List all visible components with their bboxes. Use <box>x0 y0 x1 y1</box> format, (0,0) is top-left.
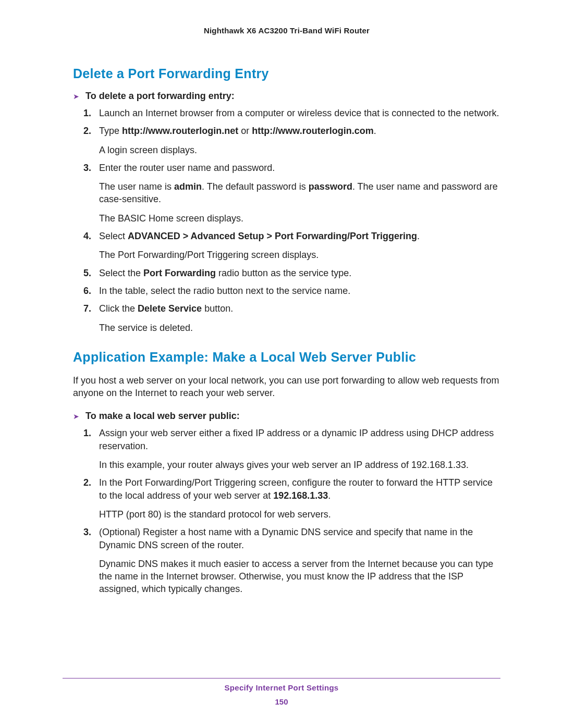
step-text: Click the Delete Service button. <box>99 303 233 314</box>
step-number: 7. <box>83 302 91 315</box>
step-note: The Port Forwarding/Port Triggering scre… <box>99 249 500 261</box>
step-4: 4. Select ADVANCED > Advanced Setup > Po… <box>97 230 500 262</box>
step-note: Dynamic DNS makes it much easier to acce… <box>99 558 500 596</box>
arrow-right-icon: ➤ <box>73 412 80 421</box>
step-2: 2. In the Port Forwarding/Port Triggerin… <box>97 476 500 521</box>
step-note: In this example, your router always give… <box>99 459 500 471</box>
step-number: 2. <box>83 476 91 489</box>
step-text: In the Port Forwarding/Port Triggering s… <box>99 477 493 500</box>
step-number: 2. <box>83 125 91 137</box>
procedure-steps-public: 1. Assign your web server either a fixed… <box>73 427 500 595</box>
step-number: 3. <box>83 162 91 174</box>
footer-chapter-title: Specify Internet Port Settings <box>0 683 563 692</box>
document-page: Nighthawk X6 AC3200 Tri-Band WiFi Router… <box>0 0 563 728</box>
step-number: 4. <box>83 230 91 242</box>
step-2: 2. Type http://www.routerlogin.net or ht… <box>97 125 500 156</box>
step-3: 3. (Optional) Register a host name with … <box>97 526 500 595</box>
running-header: Nighthawk X6 AC3200 Tri-Band WiFi Router <box>73 26 500 35</box>
step-note: A login screen displays. <box>99 144 500 156</box>
procedure-lead: ➤ To make a local web server public: <box>73 411 500 422</box>
section-intro: If you host a web server on your local n… <box>73 374 500 400</box>
step-text: In the table, select the radio button ne… <box>99 286 350 296</box>
step-text: Launch an Internet browser from a comput… <box>99 108 499 118</box>
step-number: 6. <box>83 285 91 297</box>
step-5: 5. Select the Port Forwarding radio butt… <box>97 267 500 279</box>
step-note: HTTP (port 80) is the standard protocol … <box>99 508 500 521</box>
step-number: 5. <box>83 267 91 279</box>
arrow-right-icon: ➤ <box>73 92 80 101</box>
section-heading-example: Application Example: Make a Local Web Se… <box>73 350 500 365</box>
procedure-lead: ➤ To delete a port forwarding entry: <box>73 91 500 102</box>
step-text: Select the Port Forwarding radio button … <box>99 268 351 278</box>
step-number: 1. <box>83 427 91 439</box>
page-footer: Specify Internet Port Settings 150 <box>0 683 563 706</box>
step-text: Assign your web server either a fixed IP… <box>99 428 494 451</box>
step-1: 1. Assign your web server either a fixed… <box>97 427 500 471</box>
step-1: 1. Launch an Internet browser from a com… <box>97 107 500 119</box>
procedure-lead-text: To make a local web server public: <box>85 411 240 422</box>
procedure-steps-delete: 1. Launch an Internet browser from a com… <box>73 107 500 334</box>
step-number: 1. <box>83 107 91 119</box>
step-6: 6. In the table, select the radio button… <box>97 285 500 297</box>
step-note: The service is deleted. <box>99 322 500 334</box>
step-text: Select ADVANCED > Advanced Setup > Port … <box>99 231 420 241</box>
step-note: The BASIC Home screen displays. <box>99 212 500 225</box>
step-text: (Optional) Register a host name with a D… <box>99 527 473 550</box>
step-text: Enter the router user name and password. <box>99 163 275 173</box>
step-text: Type http://www.routerlogin.net or http:… <box>99 126 376 136</box>
section-heading-delete: Delete a Port Forwarding Entry <box>73 66 500 81</box>
step-number: 3. <box>83 526 91 538</box>
procedure-lead-text: To delete a port forwarding entry: <box>85 91 235 102</box>
step-note: The user name is admin. The default pass… <box>99 180 500 206</box>
footer-page-number: 150 <box>0 697 563 706</box>
step-3: 3. Enter the router user name and passwo… <box>97 162 500 225</box>
step-7: 7. Click the Delete Service button. The … <box>97 302 500 334</box>
footer-divider <box>63 678 500 678</box>
